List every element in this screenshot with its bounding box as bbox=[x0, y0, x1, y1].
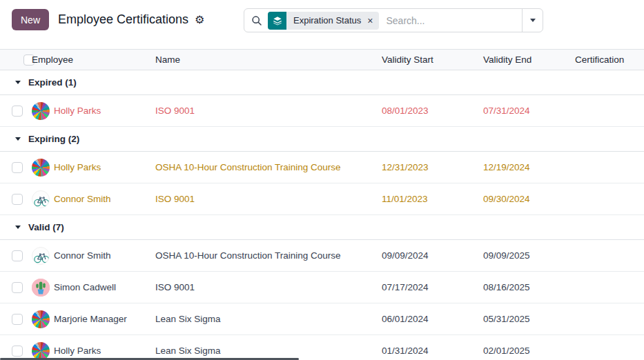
table-row[interactable]: Marjorie Manager Lean Six Sigma 06/01/20… bbox=[0, 303, 644, 335]
validity-start: 11/01/2023 bbox=[382, 183, 483, 215]
column-header-employee[interactable]: Employee bbox=[32, 50, 155, 70]
row-checkbox[interactable] bbox=[12, 250, 23, 261]
employee-name: Holly Parks bbox=[54, 162, 101, 172]
group-caret-icon bbox=[15, 226, 21, 229]
certification-cell bbox=[575, 152, 644, 183]
breadcrumb-area: New Employee Certifications ⚙ bbox=[12, 9, 204, 30]
certification-name: Lean Six Sigma bbox=[155, 335, 382, 360]
employee-name: Holly Parks bbox=[54, 346, 101, 356]
facet-remove-icon[interactable]: × bbox=[367, 12, 379, 30]
validity-end: 09/09/2025 bbox=[483, 240, 575, 272]
group-header-expiring[interactable]: Expiring (2) bbox=[0, 127, 644, 152]
avatar bbox=[32, 190, 50, 208]
employee-name: Marjorie Manager bbox=[54, 314, 127, 324]
validity-end: 08/16/2025 bbox=[483, 272, 575, 303]
group-caret-icon bbox=[15, 81, 21, 84]
validity-end: 09/30/2024 bbox=[483, 183, 575, 215]
row-checkbox[interactable] bbox=[12, 282, 23, 293]
table-row[interactable]: Holly Parks OSHA 10-Hour Construction Tr… bbox=[0, 152, 644, 183]
chevron-down-icon bbox=[530, 19, 536, 22]
validity-end: 12/19/2024 bbox=[483, 152, 575, 183]
table-header-row: Employee Name Validity Start Validity En… bbox=[0, 50, 644, 70]
group-by-layers-icon bbox=[268, 12, 286, 30]
table-row[interactable]: Connor Smith ISO 9001 11/01/2023 09/30/2… bbox=[0, 183, 644, 215]
certification-cell bbox=[575, 240, 644, 272]
avatar bbox=[32, 342, 50, 360]
certification-name: ISO 9001 bbox=[155, 183, 382, 215]
column-header-certification[interactable]: Certification bbox=[575, 50, 644, 70]
validity-end: 07/31/2024 bbox=[483, 95, 575, 127]
facet-label: Expiration Status bbox=[286, 12, 367, 30]
group-label: Expired (1) bbox=[28, 77, 77, 88]
certification-cell bbox=[575, 303, 644, 335]
certification-cell bbox=[575, 335, 644, 360]
validity-end: 02/01/2025 bbox=[483, 335, 575, 360]
control-panel: New Employee Certifications ⚙ bbox=[0, 0, 644, 40]
avatar bbox=[32, 279, 50, 297]
certification-name: OSHA 10-Hour Construction Training Cours… bbox=[155, 240, 382, 272]
validity-start: 08/01/2023 bbox=[382, 95, 483, 127]
table-row[interactable]: Holly Parks ISO 9001 08/01/2023 07/31/20… bbox=[0, 95, 644, 127]
list-view: Employee Name Validity Start Validity En… bbox=[0, 49, 644, 360]
employee-certifications-screen: New Employee Certifications ⚙ bbox=[0, 0, 644, 360]
certification-name: OSHA 10-Hour Construction Training Cours… bbox=[155, 152, 382, 183]
certification-name: ISO 9001 bbox=[155, 95, 382, 127]
row-checkbox[interactable] bbox=[12, 194, 23, 205]
column-header-validity-end[interactable]: Validity End bbox=[483, 50, 575, 70]
validity-end: 05/31/2025 bbox=[483, 303, 575, 335]
row-checkbox[interactable] bbox=[12, 314, 23, 325]
certification-cell bbox=[575, 95, 644, 127]
avatar bbox=[32, 310, 50, 328]
validity-start: 07/17/2024 bbox=[382, 272, 483, 303]
row-checkbox[interactable] bbox=[12, 106, 23, 117]
new-button[interactable]: New bbox=[12, 9, 49, 30]
column-header-validity-start[interactable]: Validity Start bbox=[382, 50, 483, 70]
validity-start: 12/31/2023 bbox=[382, 152, 483, 183]
avatar bbox=[32, 247, 50, 265]
employee-name: Simon Cadwell bbox=[54, 282, 116, 292]
search-input[interactable]: Search... bbox=[386, 15, 522, 26]
employee-name: Holly Parks bbox=[54, 106, 101, 116]
employee-name: Connor Smith bbox=[54, 194, 111, 204]
gear-icon[interactable]: ⚙ bbox=[195, 14, 204, 26]
search-facet-expiration-status[interactable]: Expiration Status × bbox=[268, 12, 379, 30]
certification-name: Lean Six Sigma bbox=[155, 303, 382, 335]
column-header-name[interactable]: Name bbox=[155, 50, 382, 70]
employee-name: Connor Smith bbox=[54, 250, 111, 261]
row-checkbox[interactable] bbox=[12, 162, 23, 173]
group-label: Expiring (2) bbox=[28, 134, 79, 144]
certification-cell bbox=[575, 272, 644, 303]
row-checkbox[interactable] bbox=[12, 346, 23, 357]
page-title: Employee Certifications bbox=[58, 12, 188, 27]
table-row[interactable]: Connor Smith OSHA 10-Hour Construction T… bbox=[0, 240, 644, 272]
search-bar[interactable]: Expiration Status × Search... bbox=[244, 8, 543, 32]
table-row[interactable]: Simon Cadwell ISO 9001 07/17/2024 08/16/… bbox=[0, 272, 644, 303]
validity-start: 01/31/2024 bbox=[382, 335, 483, 360]
search-icon bbox=[251, 15, 262, 26]
avatar bbox=[32, 159, 50, 177]
group-caret-icon bbox=[15, 137, 21, 141]
search-options-toggle[interactable] bbox=[522, 9, 543, 32]
group-label: Valid (7) bbox=[28, 222, 64, 232]
group-header-valid[interactable]: Valid (7) bbox=[0, 215, 644, 240]
avatar bbox=[32, 102, 50, 120]
table-row[interactable]: Holly Parks Lean Six Sigma 01/31/2024 02… bbox=[0, 335, 644, 360]
certification-cell bbox=[575, 183, 644, 215]
validity-start: 09/09/2024 bbox=[382, 240, 483, 272]
validity-start: 06/01/2024 bbox=[382, 303, 483, 335]
certification-name: ISO 9001 bbox=[155, 272, 382, 303]
group-header-expired[interactable]: Expired (1) bbox=[0, 70, 644, 95]
